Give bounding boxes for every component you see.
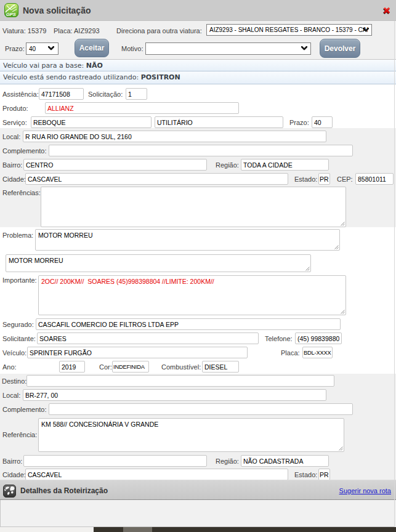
cor-label: Cor: — [99, 363, 112, 371]
route-details-title: Detalhes da Roteirização — [20, 486, 108, 495]
destino-input[interactable] — [26, 375, 334, 387]
vehicle-base-infobar: Veículo vai para a base: NÃO — [0, 59, 396, 71]
background-map-strip — [0, 527, 396, 532]
problema-textarea[interactable]: MOTOR MORREU — [35, 229, 340, 251]
bairro-input[interactable] — [23, 159, 207, 171]
solicitante-input[interactable] — [37, 332, 259, 344]
aceitar-button[interactable]: Aceitar — [75, 39, 109, 57]
segurado-input[interactable] — [36, 318, 341, 330]
assistencia-label: Assistência: — [2, 91, 39, 99]
estado2-input[interactable] — [318, 469, 330, 480]
referencia2-textarea[interactable]: KM 588// CONCESIONÁRIA V GRANDE — [38, 418, 344, 452]
ano-input[interactable] — [59, 361, 85, 373]
direciona-label: Direciona para outra viatura: — [116, 27, 202, 35]
ano-label: Ano: — [2, 363, 17, 371]
cidade-label: Cidade: — [2, 175, 26, 183]
combustivel-label: Combustível: — [161, 363, 201, 371]
referencias-textarea[interactable] — [41, 187, 346, 227]
title-bar: GPS Nova solicitação — [0, 0, 396, 21]
destino-label: Destino: — [2, 377, 26, 385]
suggest-route-link[interactable]: Sugerir nova rota — [339, 487, 391, 494]
assistencia-input[interactable] — [39, 88, 84, 100]
complemento2-input[interactable] — [49, 403, 353, 415]
servico-tipo-input[interactable] — [155, 116, 283, 128]
local2-label: Local: — [2, 392, 20, 400]
referencias-label: Referências: — [2, 189, 41, 197]
veiculo-label: Veículo: — [2, 349, 26, 357]
dialog-title: Nova solicitação — [23, 6, 91, 15]
vehicle-tracking-infobar: Veículo está sendo rastreado utilizando:… — [0, 71, 396, 84]
bairro2-label: Bairro: — [2, 457, 22, 465]
estado-label: Estado: — [294, 175, 317, 183]
problema-label: Problema: — [2, 232, 33, 240]
gps-app-icon: GPS — [4, 3, 18, 17]
close-icon[interactable] — [382, 6, 392, 15]
local2-input[interactable] — [23, 389, 326, 401]
new-request-dialog: GPS Nova solicitação Viatura: 15379 Plac… — [0, 0, 396, 532]
servico-input[interactable] — [31, 116, 152, 128]
solicitacao-input[interactable] — [126, 88, 147, 100]
regiao-input[interactable] — [241, 159, 329, 171]
cep-input[interactable] — [355, 173, 394, 185]
referencia2-label: Referência: — [2, 431, 37, 439]
direciona-select[interactable]: AIZ9293 - SHALON RESGATES - BRANCO - 153… — [206, 24, 372, 36]
estado2-label: Estado: — [294, 471, 317, 479]
background-light-segment — [0, 527, 94, 532]
viatura-text: Viatura: 15379 — [2, 27, 46, 35]
local-input[interactable] — [23, 131, 326, 142]
cidade2-label: Cidade: — [2, 471, 26, 479]
motivo-select[interactable] — [145, 42, 311, 55]
segurado-label: Segurado: — [2, 321, 34, 329]
route-details-bar: Detalhes da Roteirização Sugerir nova ro… — [0, 480, 396, 500]
regiao-label: Região: — [216, 161, 239, 169]
complemento-label: Complemento: — [2, 147, 47, 155]
cidade-input[interactable] — [25, 173, 288, 185]
telefone-label: Telefone: — [265, 335, 293, 343]
solicitacao-label: Solicitação: — [88, 91, 123, 99]
cor-input[interactable] — [112, 361, 149, 373]
prazo-header-label: Prazo: — [5, 45, 25, 53]
prazo-input[interactable] — [312, 116, 333, 128]
placa-label: Placa: — [281, 349, 300, 357]
motivo-label: Motivo: — [121, 45, 143, 53]
complemento-input[interactable] — [49, 145, 353, 156]
regiao2-input[interactable] — [241, 455, 329, 467]
importante-textarea[interactable]: 2OC// 200KM// SOARES (45)998398804 //LIM… — [38, 275, 346, 315]
regiao2-label: Região: — [216, 457, 239, 465]
estado-input[interactable] — [318, 173, 330, 185]
prazo-label: Prazo: — [289, 119, 309, 127]
bairro-label: Bairro: — [2, 161, 22, 169]
solicitante-label: Solicitante: — [2, 335, 36, 343]
produto-input[interactable] — [45, 102, 239, 114]
svg-text:GPS: GPS — [6, 12, 16, 17]
prazo-select[interactable]: 40 — [26, 42, 59, 55]
complemento2-label: Complemento: — [2, 406, 47, 414]
servico-label: Serviço: — [2, 119, 27, 127]
route-details-panel — [0, 500, 395, 527]
placa-text: Placa: AIZ9293 — [54, 27, 100, 35]
local-label: Local: — [2, 133, 20, 141]
cep-label: CEP: — [337, 175, 353, 183]
cidade2-input[interactable] — [25, 469, 288, 480]
importante-label: Importante: — [2, 276, 37, 284]
background-road-segment — [123, 527, 152, 532]
problema2-textarea[interactable]: MOTOR MORREU — [6, 254, 311, 272]
bairro2-input[interactable] — [23, 455, 207, 467]
devolver-button[interactable]: Devolver — [320, 39, 360, 58]
produto-label: Produto: — [2, 105, 28, 113]
veiculo-input[interactable] — [27, 347, 248, 358]
globe-icon — [3, 485, 16, 498]
telefone-input[interactable] — [295, 332, 342, 344]
combustivel-input[interactable] — [202, 361, 239, 373]
window-right-edge — [394, 21, 395, 527]
placa-input[interactable] — [302, 347, 333, 358]
